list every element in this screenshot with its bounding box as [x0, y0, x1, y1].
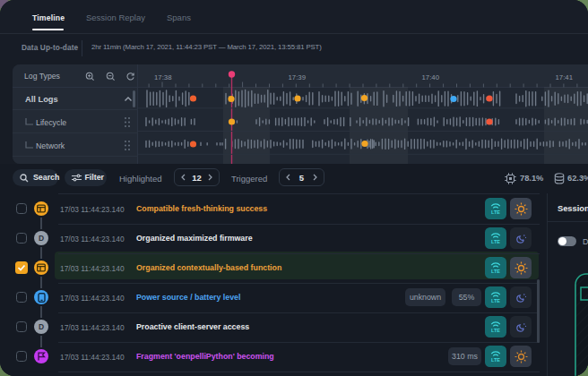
svg-text:LTE: LTE: [491, 328, 500, 333]
svg-text:LTE: LTE: [491, 269, 500, 274]
svg-text:LTE: LTE: [491, 239, 500, 244]
svg-text:LTE: LTE: [491, 357, 500, 363]
svg-text:LTE: LTE: [491, 298, 500, 303]
svg-text:LTE: LTE: [491, 209, 500, 215]
